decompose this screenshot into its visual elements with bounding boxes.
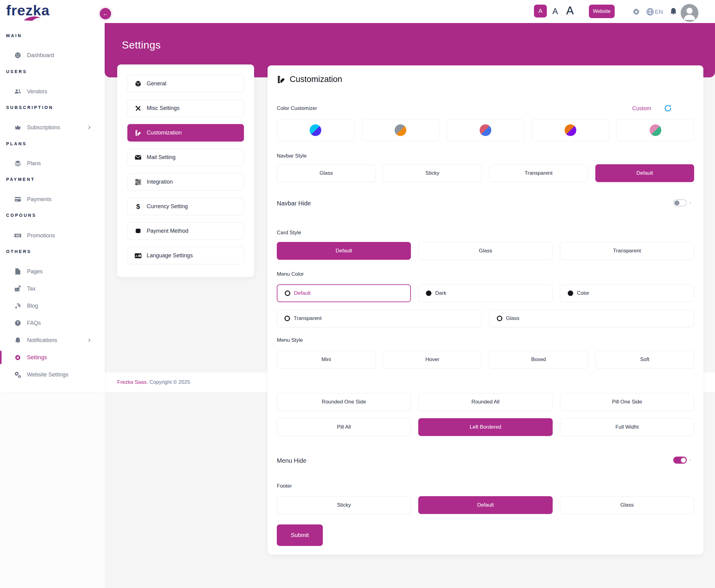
menu-style-hover[interactable]: Hover — [383, 351, 482, 369]
sidebar-item-notifications[interactable]: Notifications — [0, 333, 105, 347]
footer-style-sticky[interactable]: Sticky — [277, 496, 411, 514]
customization-card: Customization Color Customizer Custom Na… — [267, 65, 703, 554]
sidebar-section-plans: PLANS — [6, 141, 27, 147]
card-style-label: Card Style — [277, 230, 694, 236]
dashboard-icon — [14, 52, 21, 59]
card-title: Customization — [290, 75, 342, 84]
color-swatch-orange-violet[interactable] — [532, 119, 609, 141]
ticket-icon — [14, 233, 21, 238]
card-style-transparent[interactable]: Transparent — [560, 242, 694, 260]
swatch-circle — [480, 124, 491, 136]
menu-style-boxed[interactable]: Boxed — [489, 351, 588, 369]
menu-style-mini[interactable]: Mini — [277, 351, 375, 369]
language-globe-icon[interactable]: EN — [646, 8, 663, 16]
menu-shape-full-width[interactable]: Full Widht — [560, 418, 694, 436]
chevron-right-icon — [87, 338, 92, 343]
notifications-bell-icon[interactable] — [670, 7, 677, 15]
navbar-style-options: Glass Sticky Transparent Default — [277, 164, 694, 182]
radio-circle-icon — [497, 316, 502, 321]
active-item-indicator — [0, 351, 2, 364]
menu-shape-pill-all[interactable]: Pill All — [277, 418, 411, 436]
menu-item-misc-settings[interactable]: Misc Settings — [127, 100, 244, 117]
sidebar-item-subscriptions[interactable]: Subscriptions — [0, 121, 105, 134]
menu-color-options-row1: Default Dark Color — [277, 284, 694, 302]
settings-gear-icon[interactable] — [632, 8, 640, 15]
color-swatch-cyan-indigo[interactable] — [277, 119, 354, 141]
menu-shape-rounded-one-side[interactable]: Rounded One Side — [277, 393, 411, 411]
menu-style-options: Mini Hover Boxed Soft — [277, 351, 694, 369]
menu-shape-rounded-all[interactable]: Rounded All — [418, 393, 552, 411]
translate-icon: Az — [134, 253, 142, 258]
navbar-style-glass[interactable]: Glass — [277, 164, 375, 182]
sidebar-item-payments[interactable]: Payments — [0, 192, 105, 206]
footer-style-glass[interactable]: Glass — [560, 496, 694, 514]
sidebar-item-settings[interactable]: Settings — [0, 351, 105, 364]
sidebar-item-faqs[interactable]: ? FAQs — [0, 316, 105, 330]
menu-color-color[interactable]: Color — [560, 284, 694, 302]
sidebar-toggle-button[interactable]: ← — [100, 8, 111, 19]
language-code: EN — [655, 8, 663, 15]
menu-color-default[interactable]: Default — [277, 284, 411, 302]
logo[interactable]: frezka — [6, 2, 50, 19]
menu-color-label: Menu Color — [277, 271, 694, 277]
card-style-glass[interactable]: Glass — [418, 242, 552, 260]
sidebar-item-promotions[interactable]: Promotions — [0, 229, 105, 242]
dollar-icon: $ — [134, 203, 142, 211]
toggle-hint-dot — [690, 202, 691, 204]
font-size-small-button[interactable]: A — [534, 5, 547, 18]
submit-button[interactable]: Submit — [277, 524, 323, 546]
menu-item-integration[interactable]: Integration — [127, 173, 244, 191]
navbar-style-label: Navbar Style — [277, 153, 694, 159]
svg-text:z: z — [139, 255, 140, 257]
menu-item-customization[interactable]: Customization — [127, 124, 244, 142]
color-swatches — [277, 119, 694, 141]
sidebar-item-tax[interactable]: Tax — [0, 282, 105, 295]
radio-dot-icon — [568, 291, 573, 296]
menu-style-label: Menu Style — [277, 337, 694, 343]
vendors-icon — [14, 88, 21, 95]
menu-hide-toggle[interactable] — [673, 457, 687, 464]
menu-item-mail-setting[interactable]: Mail Setting — [127, 149, 244, 166]
sidebar-section-subscription: SUBSCRIPTION — [6, 104, 53, 110]
color-swatch-pink-green[interactable] — [616, 119, 694, 141]
menu-shape-pill-one-side[interactable]: Pill One Side — [560, 393, 694, 411]
navbar-style-transparent[interactable]: Transparent — [489, 164, 588, 182]
swatch-circle — [395, 124, 406, 136]
sidebar-section-payment: PAYMENT — [6, 176, 35, 182]
menu-item-language-settings[interactable]: Az Language Settings — [127, 247, 244, 265]
menu-item-payment-method[interactable]: Payment Method — [127, 222, 244, 240]
navbar-hide-toggle[interactable] — [673, 199, 687, 206]
font-size-large-button[interactable]: A — [566, 4, 574, 17]
custom-color-link[interactable]: Custom — [632, 105, 651, 112]
font-size-medium-button[interactable]: A — [552, 7, 558, 16]
menu-shape-options-row2: Pill All Left Bordered Full Widht — [277, 418, 694, 436]
menu-shape-left-bordered[interactable]: Left Bordered — [418, 418, 552, 436]
sidebar-item-website-settings[interactable]: Website Settings — [0, 368, 105, 381]
color-customizer-label: Color Customizer — [277, 105, 317, 111]
navbar-style-sticky[interactable]: Sticky — [383, 164, 482, 182]
color-customizer-row: Color Customizer Custom — [277, 105, 694, 111]
sidebar-item-vendors[interactable]: Vendors — [0, 85, 105, 98]
menu-item-general[interactable]: General — [127, 75, 244, 92]
navbar-style-default[interactable]: Default — [595, 164, 694, 182]
svg-text:A: A — [135, 254, 137, 258]
color-swatch-gray-orange[interactable] — [362, 119, 439, 141]
menu-style-soft[interactable]: Soft — [595, 351, 694, 369]
user-avatar[interactable] — [680, 4, 698, 22]
sidebar-item-pages[interactable]: Pages — [0, 265, 105, 278]
card-style-default[interactable]: Default — [277, 242, 411, 260]
reset-colors-icon[interactable] — [664, 104, 672, 112]
cube-icon — [134, 81, 142, 87]
sidebar-item-dashboard[interactable]: Dashboard — [0, 48, 105, 62]
menu-color-dark[interactable]: Dark — [418, 284, 552, 302]
question-circle-icon: ? — [14, 320, 21, 327]
footer-style-default[interactable]: Default — [418, 496, 552, 514]
toggle-knob — [674, 201, 679, 205]
sidebar-item-blog[interactable]: Blog — [0, 299, 105, 313]
color-swatch-rose-blue[interactable] — [447, 119, 524, 141]
menu-color-glass[interactable]: Glass — [489, 310, 694, 327]
sidebar-item-plans[interactable]: Plans — [0, 156, 105, 170]
website-button[interactable]: Website — [589, 5, 615, 18]
menu-color-transparent[interactable]: Transparent — [277, 310, 482, 327]
menu-item-currency-setting[interactable]: $ Currency Setting — [127, 198, 244, 215]
